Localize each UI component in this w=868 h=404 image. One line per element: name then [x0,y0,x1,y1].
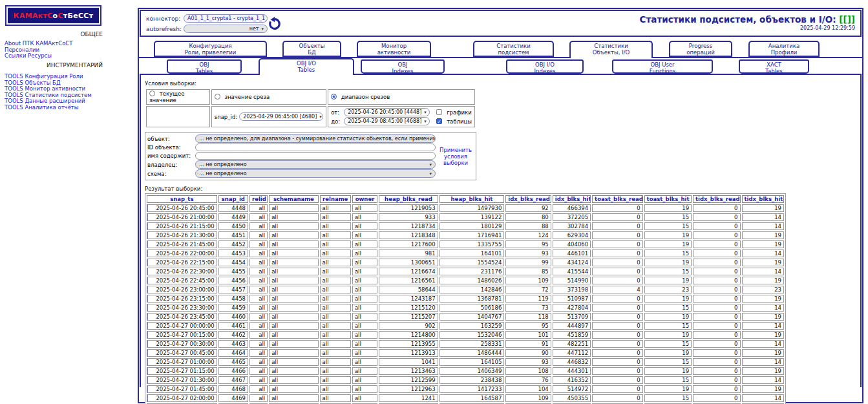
cell-heap_blks_hit: 231176 [439,268,505,275]
tab-l1-статистики-3[interactable]: Статистикиподсистем [473,41,554,57]
cell-relid: all [249,231,268,239]
cell-toast_blks_hit: 19 [644,259,692,266]
cell-tidx_blks_hit: 19 [742,259,785,266]
cell-relid: all [249,304,268,312]
tab-l2-xact-5[interactable]: XACTTables [739,59,809,74]
object-id-input[interactable] [195,144,436,151]
charts-checkbox[interactable] [436,109,442,115]
snap-id-select[interactable]: 2025-04-29 06:45:00 [4680] ▾ [239,112,323,121]
cell-toast_blks_hit: 15 [644,250,692,257]
cell-idx_blks_hit: 372205 [553,213,591,221]
connector-select[interactable]: A01_1_1_crypta1 - crypta_1_1_ ▾ [184,14,268,23]
cell-relname: all [320,213,351,221]
tab-l2-obj-0[interactable]: OBJTables [167,59,242,74]
cell-heap_blks_read: 1213913 [379,349,438,357]
cell-toast_blks_read: 0 [592,213,642,221]
cell-relid: all [249,322,268,330]
cell-owner: all [352,204,377,212]
cell-relname: all [320,295,351,303]
tab-line2: активности [358,50,430,56]
sidebar-link-general-2[interactable]: Ссылки Ресурсы [5,53,73,59]
column-header-toast_blks_hit: toast_blks_hit [644,195,692,203]
tab-l1-progress-5[interactable]: Progressопераций [669,41,732,57]
autorefresh-select[interactable]: нет ▾ [184,25,268,33]
owner-select[interactable]: ... не определено ▾ [195,160,436,169]
cell-relname: all [320,349,351,357]
range-from-value: 2025-04-26 20:45:00 [4448] [348,109,421,115]
sidebar-link-tools-5[interactable]: TOOLS Аналитика отчёты [5,105,92,111]
tabs-level1: КонфигурацияРоли, привелегииОбъектыБДМон… [139,41,862,58]
table-row: 2025-04-27 02:00:004469allallallall12411… [147,394,784,402]
results-table-wrap: snap_tssnap_idrelidschemanamerelnameowne… [145,193,786,404]
cell-tidx_blks_hit: 14 [742,268,785,275]
logo-text-segment: о [53,12,58,20]
tab-l1-монитор-2[interactable]: Мониторактивности [357,41,431,57]
cell-toast_blks_read: 0 [592,340,642,348]
cell-tidx_blks_read: 0 [693,349,740,357]
apply-filter-link[interactable]: Применить условия выборки [438,134,474,178]
cell-relid: all [249,376,268,384]
tables-checkbox[interactable]: ✓ [436,118,442,124]
owner-value: ... не определено [199,162,247,167]
tab-l1-объекты-1[interactable]: ОбъектыБД [282,41,341,57]
chevron-down-icon: ▾ [319,114,322,120]
cell-toast_blks_hit: 15 [644,213,692,221]
cell-owner: all [352,313,377,321]
autorefresh-value: нет [249,26,259,32]
schema-value: ... не определено [199,171,247,176]
cell-tidx_blks_hit: 14 [742,358,785,366]
sidebar-section-tools: ИНСТРУМЕНТАРИЙ [0,62,103,69]
cell-tidx_blks_read: 0 [693,367,740,375]
table-row: 2025-04-26 21:45:004452allallallall12176… [147,240,784,248]
cell-tidx_blks_read: 0 [693,231,740,239]
snap-id-label: snap_id: [215,114,237,120]
tab-l2-obj-2[interactable]: OBJIndexes [361,59,445,74]
cell-tidx_blks_hit: 14 [742,304,785,312]
logo-text-segment: т [63,12,68,20]
cell-snap_ts: 2025-04-26 22:00:00 [147,250,217,257]
cell-idx_blks_read: 88 [505,222,551,230]
tab-l2-obj-i-o-1[interactable]: OBJ I/OTables [259,58,354,75]
schema-select[interactable]: ... не определено ▾ [195,169,436,178]
cell-toast_blks_hit: 15 [644,322,692,330]
cell-toast_blks_hit: 15 [644,268,692,275]
cell-schemaname: all [269,322,318,330]
page-title: Статистики подсистем, объектов и I/O: [[… [640,14,855,25]
cell-snap_id: 4454 [218,259,248,266]
object-select[interactable]: ... не определено, для диапазона - сумми… [195,134,436,143]
column-header-heap_blks_hit: heap_blks_hit [439,195,505,203]
table-row: 2025-04-26 23:15:004458allallallall12431… [147,295,784,303]
page-title-brackets: [[]] [839,14,855,25]
cell-toast_blks_read: 0 [592,385,642,393]
cell-schemaname: all [269,394,318,402]
table-row: 2025-04-27 00:45:004464allallallall12139… [147,349,784,357]
cell-owner: all [352,286,377,293]
refresh-icon[interactable] [268,17,282,31]
tab-l1-конфигурация-0[interactable]: КонфигурацияРоли, привелегии [154,41,267,57]
cell-owner: all [352,304,377,312]
name-contains-input[interactable] [195,152,436,160]
cell-tidx_blks_hit: 14 [742,250,785,257]
range-to-select[interactable]: 2025-04-29 08:45:00 [4688] ▾ [344,117,430,125]
table-row: 2025-04-27 01:45:004468allallallall12129… [147,385,784,393]
cell-idx_blks_hit: 447112 [553,349,591,357]
cell-heap_blks_hit: 1404767 [439,313,505,321]
radio-current-value[interactable] [149,90,155,96]
tab-l2-obj-user-4[interactable]: OBJ UserFunctions [612,59,713,74]
cell-idx_blks_read: 72 [505,286,551,293]
cell-idx_blks_hit: 416352 [553,376,591,384]
cell-toast_blks_read: 0 [592,349,642,357]
cell-snap_ts: 2025-04-26 22:15:00 [147,259,217,266]
range-from-select[interactable]: 2025-04-26 20:45:00 [4448] ▾ [344,108,430,116]
cell-idx_blks_read: 109 [505,277,551,284]
tab-l1-статистики-4[interactable]: СтатистикиОбъекты, I/O [569,41,653,58]
cell-heap_blks_read: 1217600 [379,240,438,248]
radio-snapshot-value[interactable] [215,94,220,100]
tab-l1-аналитика-6[interactable]: АналитикаПрофили [748,41,820,57]
cell-snap_id: 4455 [218,268,248,275]
radio-range[interactable] [331,94,337,100]
tab-l2-obj-i-o-3[interactable]: OBJ I/OIndexes [506,59,584,74]
filter-conditions-label: Условия выборки: [145,80,856,87]
app-logo[interactable]: КАМАктСоСт БеССт [5,5,101,26]
cell-tidx_blks_read: 0 [693,331,740,339]
